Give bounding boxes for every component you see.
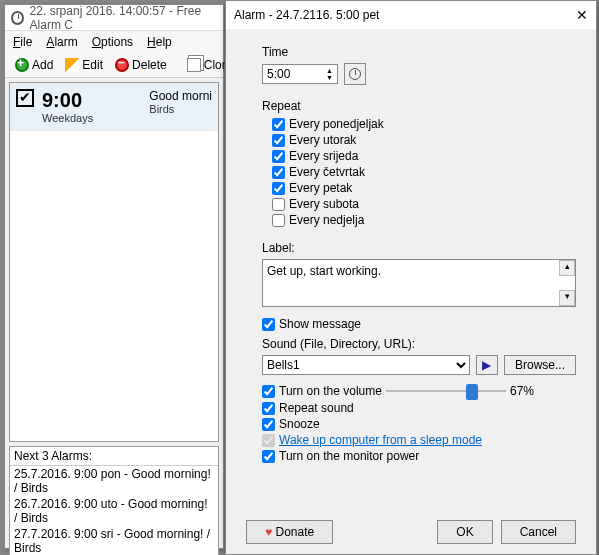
add-icon (15, 58, 29, 72)
delete-icon (115, 58, 129, 72)
repeat-day-checkbox[interactable] (272, 118, 285, 131)
add-button[interactable]: Add (11, 56, 57, 74)
snooze-checkbox[interactable] (262, 418, 275, 431)
repeat-day-label: Every srijeda (289, 149, 358, 163)
next-line: 25.7.2016. 9:00 pon - Good morning! / Bi… (10, 466, 218, 496)
heart-icon: ♥ (265, 525, 272, 539)
delete-button[interactable]: Delete (111, 56, 171, 74)
toolbar: Add Edit Delete Clone (5, 53, 223, 78)
next-line: 26.7.2016. 9:00 uto - Good morning! / Bi… (10, 496, 218, 526)
next-line: 27.7.2016. 9:00 sri - Good morning! / Bi… (10, 526, 218, 555)
menu-alarm[interactable]: Alarm (46, 35, 77, 49)
browse-button[interactable]: Browse... (504, 355, 576, 375)
alarm-sound: Birds (149, 103, 212, 115)
wake-checkbox[interactable] (262, 434, 275, 447)
dialog-title: Alarm - 24.7.2116. 5:00 pet (234, 8, 379, 22)
cancel-button[interactable]: Cancel (501, 520, 576, 544)
repeat-day-label: Every ponedjeljak (289, 117, 384, 131)
clone-icon (187, 58, 201, 72)
next-header: Next 3 Alarms: (10, 447, 218, 466)
repeat-day-label: Every petak (289, 181, 352, 195)
alarm-list[interactable]: 9:00 Weekdays Good morni Birds (9, 82, 219, 442)
menubar: File Alarm Options Help (5, 31, 223, 53)
play-button[interactable]: ▶ (476, 355, 498, 375)
repeat-label: Repeat (262, 99, 576, 113)
repeat-day-checkbox[interactable] (272, 198, 285, 211)
label-textarea[interactable]: Get up, start working. ▴ ▾ (262, 259, 576, 307)
repeat-day-label: Every subota (289, 197, 359, 211)
repeat-sound-checkbox[interactable] (262, 402, 275, 415)
alarm-label: Good morni (149, 89, 212, 103)
alarm-dialog: Alarm - 24.7.2116. 5:00 pet ✕ Time 5:00 … (225, 0, 597, 555)
menu-help[interactable]: Help (147, 35, 172, 49)
donate-button[interactable]: ♥ Donate (246, 520, 333, 544)
wake-link[interactable]: Wake up computer from a sleep mode (279, 433, 482, 447)
repeat-day-checkbox[interactable] (272, 182, 285, 195)
edit-icon (65, 58, 79, 72)
repeat-day-label: Every nedjelja (289, 213, 364, 227)
repeat-day-checkbox[interactable] (272, 150, 285, 163)
main-window: 22. srpanj 2016. 14:00:57 - Free Alarm C… (4, 4, 224, 549)
scroll-up[interactable]: ▴ (559, 260, 575, 276)
titlebar: 22. srpanj 2016. 14:00:57 - Free Alarm C (5, 5, 223, 31)
edit-button[interactable]: Edit (61, 56, 107, 74)
volume-percent: 67% (510, 384, 534, 398)
repeat-day-label: Every četvrtak (289, 165, 365, 179)
next-alarms: Next 3 Alarms: 25.7.2016. 9:00 pon - Goo… (9, 446, 219, 555)
alarm-days: Weekdays (42, 112, 93, 124)
alarm-time: 9:00 (42, 89, 93, 112)
repeat-day-checkbox[interactable] (272, 134, 285, 147)
monitor-checkbox[interactable] (262, 450, 275, 463)
repeat-day-checkbox[interactable] (272, 214, 285, 227)
show-message-checkbox[interactable] (262, 318, 275, 331)
volume-slider[interactable] (386, 383, 506, 399)
sound-select[interactable]: Bells1 (262, 355, 470, 375)
sound-label: Sound (File, Directory, URL): (262, 337, 576, 351)
label-label: Label: (262, 241, 576, 255)
clock-now-button[interactable] (344, 63, 366, 85)
clock-icon (349, 68, 361, 80)
dialog-titlebar: Alarm - 24.7.2116. 5:00 pet ✕ (226, 1, 596, 29)
alarm-row[interactable]: 9:00 Weekdays Good morni Birds (10, 83, 218, 131)
time-value: 5:00 (267, 67, 290, 81)
alarm-enabled-checkbox[interactable] (16, 89, 34, 107)
app-icon (11, 11, 24, 25)
time-label: Time (262, 45, 576, 59)
ok-button[interactable]: OK (437, 520, 492, 544)
volume-checkbox[interactable] (262, 385, 275, 398)
spinner-buttons[interactable]: ▲▼ (326, 67, 333, 81)
scroll-down[interactable]: ▾ (559, 290, 575, 306)
repeat-day-checkbox[interactable] (272, 166, 285, 179)
menu-options[interactable]: Options (92, 35, 133, 49)
window-title: 22. srpanj 2016. 14:00:57 - Free Alarm C (30, 4, 217, 32)
repeat-day-label: Every utorak (289, 133, 356, 147)
time-spinner[interactable]: 5:00 ▲▼ (262, 64, 338, 84)
menu-file[interactable]: File (13, 35, 32, 49)
close-button[interactable]: ✕ (576, 7, 588, 23)
